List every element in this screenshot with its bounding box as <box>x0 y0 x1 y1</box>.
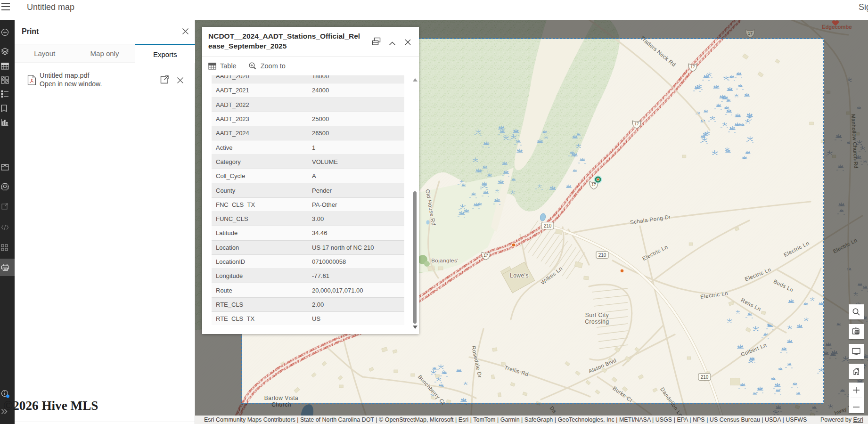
svg-text:17: 17 <box>483 253 488 258</box>
svg-text:17: 17 <box>591 182 596 187</box>
svg-text:17: 17 <box>634 122 639 126</box>
svg-text:Surf City: Surf City <box>585 312 609 318</box>
svg-text:Lowe's: Lowe's <box>510 272 529 279</box>
svg-text:Edgecombe: Edgecombe <box>822 24 852 30</box>
svg-text:17: 17 <box>748 31 753 36</box>
svg-text:210: 210 <box>544 223 552 228</box>
svg-text:210: 210 <box>598 253 606 258</box>
svg-text:Barlow Vista: Barlow Vista <box>264 395 298 401</box>
svg-text:Bojangles': Bojangles' <box>431 258 459 263</box>
svg-text:17: 17 <box>690 65 695 69</box>
svg-text:Crossing: Crossing <box>585 318 609 325</box>
svg-text:210: 210 <box>701 375 709 380</box>
